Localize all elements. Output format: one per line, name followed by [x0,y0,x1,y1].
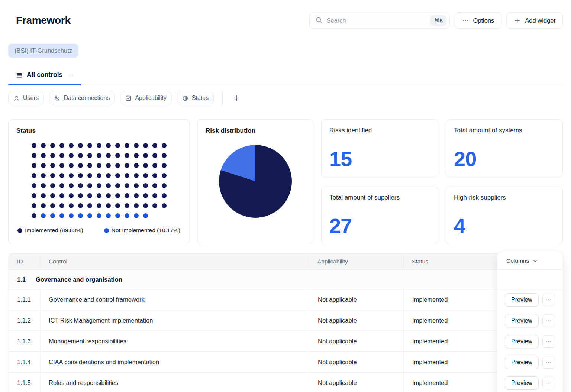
status-dot-implemented [78,193,83,198]
column-header-status[interactable]: Status [404,253,498,269]
status-dot-implemented [152,203,157,208]
column-header-applicability[interactable]: Applicability [309,253,404,269]
preview-button[interactable]: Preview [505,356,539,369]
add-widget-button[interactable]: Add widget [506,12,563,29]
status-dot-not-implemented [41,213,46,218]
search-icon [315,16,322,25]
status-dot-implemented [78,183,83,188]
filter-chip-status[interactable]: Status [177,92,214,104]
row-applicability-cell: Not applicable [309,373,404,392]
section-row[interactable]: 1.1 Governance and organisation [9,270,562,289]
tag-row: (BSI) IT-Grundschutz [8,44,571,58]
stat-card-total-amount-of-systems: Total amount of systems20 [446,119,563,177]
row-more-button[interactable] [542,314,555,327]
preview-button[interactable]: Preview [505,293,539,307]
status-dot-implemented [143,163,148,168]
status-dot-implemented [97,183,101,188]
row-control-cell: Roles and responsibilities [41,373,309,392]
row-more-button[interactable] [542,294,555,306]
controls-table: ID Control Applicability Status 1.1 Gove… [8,253,563,392]
status-dot-not-implemented [69,213,74,218]
status-dot-implemented [97,163,101,168]
status-dot-implemented [87,183,92,188]
status-dot-not-implemented [50,213,55,218]
table-row[interactable]: 1.1.3Management responsibilitiesNot appl… [9,331,562,352]
status-dot-implemented [162,203,167,208]
status-dot-implemented [134,153,139,158]
status-dot-not-implemented [106,213,111,218]
filter-chip-label: Status [192,95,209,101]
ellipsis-icon [462,17,469,24]
row-status-cell: Implemented [404,310,498,331]
status-dot-implemented [152,143,157,148]
search-box[interactable]: ⌘K [309,13,450,29]
search-input[interactable] [326,17,426,24]
status-dot-implemented [97,173,101,178]
status-dot-implemented [152,163,157,168]
status-dot-implemented [143,203,148,208]
top-bar: Framework ⌘K Options Add widget [8,12,563,29]
framework-tag[interactable]: (BSI) IT-Grundschutz [8,44,78,58]
row-more-button[interactable] [542,335,555,348]
options-button[interactable]: Options [455,12,501,29]
user-icon [13,95,20,101]
widget-cards: Status Implemented (89.83%)Not Implement… [8,119,563,244]
status-dot-implemented [115,203,120,208]
status-dot-implemented [152,193,157,198]
status-dot-implemented [162,163,167,168]
filter-chip-data-connections[interactable]: Data connections [49,92,115,104]
status-dot-implemented [32,203,36,208]
status-dot-implemented [32,183,36,188]
status-dot-implemented [59,143,64,148]
status-dot-implemented [59,193,64,198]
preview-button[interactable]: Preview [505,376,539,390]
table-row[interactable]: 1.1.5Roles and responsibilitiesNot appli… [9,373,562,392]
top-bar-actions: ⌘K Options Add widget [309,12,563,29]
status-dot-implemented [106,183,111,188]
table-row[interactable]: 1.1.4CIAA considerations and implementat… [9,352,562,373]
status-dot-not-implemented [134,213,139,218]
status-legend: Implemented (89.83%)Not Implemented (10.… [9,227,189,234]
row-status-cell: Implemented [404,289,498,310]
columns-dropdown[interactable]: Columns [497,252,563,270]
plus-icon [514,17,521,24]
column-header-id[interactable]: ID [9,253,41,269]
filter-chip-users[interactable]: Users [8,92,44,104]
status-dot-implemented [125,193,129,198]
status-dot-implemented [50,203,55,208]
risk-distribution-title: Risk distribution [206,127,313,135]
stat-card-high-risk-suppliers: High-risk suppliers4 [446,187,563,244]
status-dot-implemented [87,193,92,198]
table-body: 1.1.1Governance and control frameworkNot… [9,289,562,392]
columns-panel: Columns PreviewPreviewPreviewPreviewPrev… [497,252,563,392]
tab-all-controls[interactable]: All controls [8,70,81,85]
status-dot-implemented [32,153,36,158]
column-header-control[interactable]: Control [41,253,309,269]
tab-more-icon[interactable] [68,72,74,78]
status-dot-implemented [106,173,111,178]
stat-card-title: Total amount of suppliers [329,194,430,201]
table-row[interactable]: 1.1.1Governance and control frameworkNot… [9,289,562,310]
stat-card-title: Risks identified [329,127,430,134]
row-actions: Preview [497,310,563,331]
status-dot-implemented [106,163,111,168]
preview-button[interactable]: Preview [505,314,539,327]
row-more-button[interactable] [542,377,555,389]
status-dot-implemented [69,163,74,168]
status-dot-implemented [134,173,139,178]
filter-chip-label: Applicability [135,95,166,101]
row-more-button[interactable] [542,356,555,369]
status-dot-implemented [125,203,129,208]
row-status-cell: Implemented [404,373,498,392]
stat-card-title: High-risk suppliers [454,194,555,201]
status-dot-implemented [78,143,83,148]
add-filter-button[interactable] [231,93,242,104]
status-dot-implemented [50,153,55,158]
status-dot-implemented [78,203,83,208]
status-dot-implemented [59,173,64,178]
preview-button[interactable]: Preview [505,335,539,348]
table-row[interactable]: 1.1.2ICT Risk Management implementationN… [9,310,562,331]
columns-panel-section-spacer [497,270,563,289]
filter-chip-applicability[interactable]: Applicability [120,92,171,104]
status-dot-implemented [125,163,129,168]
